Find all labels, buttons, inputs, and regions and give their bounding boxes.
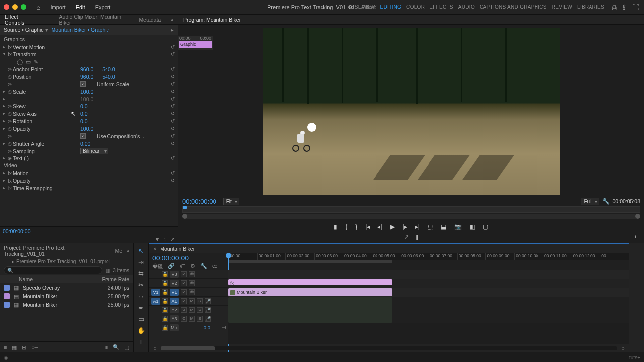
marker-icon[interactable]: 🏷 bbox=[180, 263, 185, 270]
clip-audio[interactable] bbox=[228, 297, 392, 323]
source-patch-v1[interactable]: V1 bbox=[151, 289, 160, 296]
tab-program[interactable]: Program: Mountain Biker bbox=[183, 17, 241, 23]
find-icon[interactable]: 🔍 bbox=[113, 344, 119, 350]
zoom-slider[interactable]: ○─ bbox=[31, 344, 38, 350]
fx-badge[interactable]: fx bbox=[7, 52, 13, 57]
fx-badge[interactable]: fx bbox=[7, 44, 13, 50]
twirl-icon[interactable]: ▸ bbox=[2, 141, 7, 146]
tab-media[interactable]: Me bbox=[115, 248, 123, 254]
play-icon[interactable]: ▶ bbox=[390, 223, 395, 230]
stopwatch-icon[interactable]: ◷ bbox=[7, 141, 13, 146]
twirl-icon[interactable]: ▸ bbox=[2, 178, 7, 183]
twirl-icon[interactable]: ▸ bbox=[2, 45, 7, 49]
value-shutter[interactable]: 0.00 bbox=[80, 141, 90, 147]
tab-project[interactable]: Project: Premiere Pro Text Tracking_V01_… bbox=[4, 245, 104, 257]
sync-lock-icon[interactable]: ⊘ bbox=[181, 307, 187, 313]
freeform-view-icon[interactable]: ⊞ bbox=[22, 344, 26, 350]
playhead-icon[interactable] bbox=[183, 206, 187, 209]
step-forward-icon[interactable]: |▸ bbox=[403, 223, 407, 230]
twirl-icon[interactable]: ▸ bbox=[2, 186, 7, 190]
project-item[interactable]: ▦Speedo Overlay24.00 fps bbox=[0, 283, 133, 292]
quick-export-icon[interactable]: ⎙ bbox=[612, 3, 616, 11]
reset-icon[interactable]: ↺ bbox=[171, 66, 175, 72]
program-timecode[interactable]: 00:00:00:00 bbox=[182, 198, 216, 205]
hand-tool-icon[interactable]: ✋ bbox=[137, 327, 145, 334]
eye-icon[interactable] bbox=[189, 289, 195, 295]
overwrite-icon[interactable]: ‖ bbox=[416, 234, 419, 243]
reset-icon[interactable]: ↺ bbox=[171, 111, 175, 116]
mix-value[interactable]: 0.0 bbox=[204, 325, 210, 330]
sync-lock-icon[interactable]: ⊘ bbox=[181, 289, 187, 295]
prop-skew[interactable]: Skew bbox=[13, 103, 26, 109]
mask-ellipse-icon[interactable]: ◯ bbox=[17, 59, 23, 65]
selection-tool-icon[interactable]: ↖ bbox=[138, 247, 144, 255]
reset-icon[interactable]: ↺ bbox=[171, 133, 175, 139]
track-target-v1[interactable]: V1 bbox=[170, 289, 179, 296]
checkbox-uniform-scale[interactable]: ✓ bbox=[80, 81, 86, 87]
prop-anchor-point[interactable]: Anchor Point bbox=[13, 66, 43, 72]
cc-icon[interactable]: cc bbox=[212, 263, 217, 270]
stopwatch-icon[interactable]: ◷ bbox=[7, 104, 13, 109]
prop-text[interactable]: Text ( ) bbox=[13, 155, 29, 161]
ws-effects[interactable]: EFFECTS bbox=[429, 4, 453, 10]
lock-icon[interactable] bbox=[162, 325, 168, 331]
stopwatch-icon[interactable]: ◷ bbox=[7, 89, 13, 94]
home-icon[interactable]: ⌂ bbox=[36, 3, 40, 11]
reset-icon[interactable]: ↺ bbox=[171, 52, 175, 57]
snap-icon[interactable]: �磁 bbox=[152, 263, 163, 270]
sort-icon[interactable]: ≡ bbox=[105, 344, 108, 350]
reset-icon[interactable]: ↺ bbox=[171, 96, 175, 102]
maximize-window[interactable] bbox=[21, 4, 26, 10]
filter-icon[interactable]: ▼ bbox=[155, 236, 160, 242]
solo-icon[interactable]: S bbox=[197, 316, 203, 322]
step-back-icon[interactable]: ◂| bbox=[377, 223, 382, 230]
value-position-x[interactable]: 960.0 bbox=[80, 74, 93, 80]
add-button-icon[interactable]: + bbox=[634, 234, 637, 240]
collapse-icon[interactable]: ⊣ bbox=[222, 325, 226, 330]
label-color[interactable] bbox=[4, 285, 10, 291]
close-tab-icon[interactable]: × bbox=[153, 246, 156, 252]
reset-icon[interactable]: ↺ bbox=[171, 170, 175, 176]
go-to-out-icon[interactable]: ▸| bbox=[415, 223, 420, 230]
program-scrollbar[interactable] bbox=[182, 214, 640, 219]
lock-icon[interactable] bbox=[162, 307, 168, 313]
prop-time-remapping[interactable]: Time Remapping bbox=[13, 185, 53, 191]
stopwatch-icon[interactable]: ◷ bbox=[7, 119, 13, 124]
solo-icon[interactable]: S bbox=[197, 307, 203, 313]
eye-icon[interactable] bbox=[189, 280, 195, 286]
value-scale[interactable]: 100.0 bbox=[80, 89, 93, 95]
menu-edit[interactable]: Edit bbox=[76, 4, 85, 10]
value-rotation[interactable]: 0.0 bbox=[80, 118, 88, 124]
twirl-icon[interactable]: ▸ bbox=[2, 119, 7, 123]
export-icon[interactable]: ↗ bbox=[170, 236, 175, 243]
time-ruler[interactable]: 00:0000:00:01:0000:00:02:0000:00:03:0000… bbox=[228, 253, 629, 260]
sync-lock-icon[interactable]: ⊘ bbox=[181, 280, 187, 286]
prop-rotation[interactable]: Rotation bbox=[13, 118, 32, 124]
fx-badge[interactable]: fx bbox=[7, 178, 13, 184]
fx-badge[interactable]: fx bbox=[7, 185, 13, 191]
value-position-y[interactable]: 540.0 bbox=[102, 74, 115, 80]
track-mix[interactable]: Mix bbox=[170, 324, 179, 331]
timeline-toggle-icon[interactable]: ▸ bbox=[171, 27, 174, 33]
label-color[interactable] bbox=[4, 302, 10, 308]
prop-transform[interactable]: Transform bbox=[13, 52, 36, 57]
lock-icon[interactable] bbox=[162, 298, 168, 304]
tab-effect-controls[interactable]: Effect Controls bbox=[5, 14, 36, 26]
mute-icon[interactable]: M bbox=[189, 307, 195, 313]
lock-icon[interactable] bbox=[162, 316, 168, 322]
sequence-link[interactable]: Mountain Biker • Graphic bbox=[52, 27, 109, 33]
twirl-icon[interactable]: ▸ bbox=[2, 171, 7, 175]
value-anchor-y[interactable]: 540.0 bbox=[102, 66, 115, 72]
fullscreen-icon[interactable]: ⛶ bbox=[632, 3, 639, 11]
reset-icon[interactable]: ↺ bbox=[171, 89, 175, 94]
export-frame-icon[interactable]: 📷 bbox=[454, 223, 462, 230]
new-item-icon[interactable]: ▢ bbox=[124, 344, 129, 350]
panel-overflow-icon[interactable]: » bbox=[170, 17, 173, 23]
minimize-window[interactable] bbox=[12, 4, 18, 10]
panel-overflow-icon[interactable]: » bbox=[126, 248, 129, 254]
checkbox-use-composition[interactable]: ✓ bbox=[80, 133, 86, 139]
prop-opacity-video[interactable]: Opacity bbox=[13, 178, 31, 184]
value-anchor-x[interactable]: 960.0 bbox=[80, 66, 93, 72]
clip-graphic[interactable]: fx bbox=[228, 279, 392, 285]
clip-video[interactable]: Mountain Biker bbox=[228, 288, 392, 296]
